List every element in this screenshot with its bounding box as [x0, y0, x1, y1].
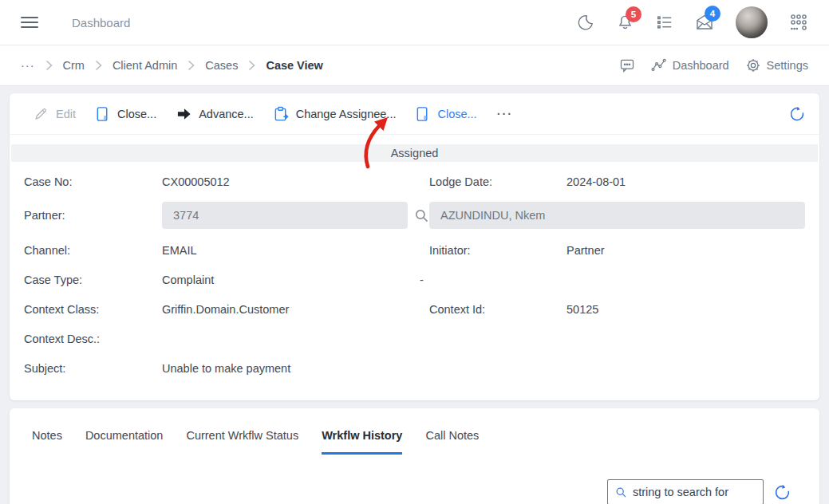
partner-name-input[interactable] [429, 202, 805, 229]
initiator-value: Partner [566, 244, 805, 257]
settings-link[interactable]: Settings [745, 57, 808, 73]
breadcrumb-item-crm[interactable]: Crm [63, 59, 85, 72]
change-assignee-icon [274, 106, 289, 122]
subject-value: Unable to make payment [162, 362, 429, 375]
tab-call-notes[interactable]: Call Notes [425, 429, 479, 455]
edit-button[interactable]: Edit [34, 106, 76, 121]
advance-button[interactable]: Advance... [176, 108, 254, 120]
field-row: Channel: EMAIL Initiator: Partner [24, 235, 805, 265]
tab-current-wrkflw-status[interactable]: Current Wrkflw Status [186, 429, 298, 455]
case-type-value: Complaint [162, 274, 429, 286]
breadcrumb-item-client-admin[interactable]: Client Admin [113, 59, 177, 72]
context-class-value: Griffin.Domain.Customer [162, 303, 429, 316]
workflow-status-bar: Assigned [11, 144, 818, 162]
lodge-date-label: Lodge Date: [429, 175, 566, 188]
mail-icon[interactable]: 4 [695, 13, 714, 32]
case-no-value: CX00005012 [162, 175, 429, 188]
breadcrumb-ellipsis[interactable]: ··· [21, 59, 35, 72]
channel-label: Channel: [24, 244, 162, 257]
hamburger-menu-icon[interactable] [21, 14, 38, 31]
case-no-label: Case No: [24, 175, 162, 188]
context-class-label: Context Class: [24, 303, 162, 316]
settings-link-label: Settings [767, 59, 808, 72]
advance-arrow-icon [176, 108, 191, 120]
case-fields: Case No: CX00005012 Lodge Date: 2024-08-… [10, 162, 819, 383]
case-type-right-value: - [420, 274, 566, 286]
close-button-1[interactable]: Close... [96, 106, 156, 122]
close-button-2[interactable]: Close... [416, 106, 476, 122]
field-row: Context Desc.: [24, 324, 805, 353]
status-label: Assigned [391, 147, 439, 159]
initiator-label: Initiator: [429, 244, 566, 257]
close-case-icon [96, 106, 110, 122]
breadcrumb: ··· Crm Client Admin Cases Case View [21, 59, 323, 72]
apps-grid-icon[interactable] [789, 13, 808, 32]
notifications-bell-icon[interactable]: 5 [616, 14, 634, 32]
gear-icon [745, 57, 761, 73]
context-id-label: Context Id: [429, 303, 566, 316]
chevron-right-icon [45, 60, 53, 71]
breadcrumb-bar: ··· Crm Client Admin Cases Case View Das… [0, 45, 829, 86]
search-icon [615, 486, 627, 499]
field-row: Subject: Unable to make payment [24, 353, 805, 383]
tasks-list-icon[interactable] [656, 14, 673, 31]
dashboard-link-label: Dashboard [673, 59, 729, 72]
history-refresh-icon[interactable] [774, 484, 791, 501]
feedback-comment-icon[interactable] [619, 57, 635, 73]
partner-code-input[interactable] [162, 202, 408, 229]
case-detail-tabs-card: Notes Documentation Current Wrkflw Statu… [10, 408, 819, 504]
channel-value: EMAIL [162, 244, 429, 257]
user-avatar[interactable] [736, 6, 768, 38]
close-case-icon [416, 106, 430, 122]
tab-notes[interactable]: Notes [32, 429, 62, 455]
mail-badge: 4 [705, 6, 720, 22]
change-assignee-button[interactable]: Change Assignee... [274, 106, 397, 122]
toolbar-overflow-button[interactable]: ··· [497, 108, 514, 120]
field-row: Case Type: Complaint - [24, 265, 805, 294]
tab-strip: Notes Documentation Current Wrkflw Statu… [10, 408, 819, 455]
chevron-right-icon [95, 60, 102, 71]
chevron-right-icon [188, 60, 195, 71]
lodge-date-value: 2024-08-01 [566, 175, 805, 188]
partner-label: Partner: [24, 209, 162, 222]
field-row: Case No: CX00005012 Lodge Date: 2024-08-… [24, 168, 805, 195]
field-row: Context Class: Griffin.Domain.Customer C… [24, 294, 805, 324]
app-title: Dashboard [72, 16, 130, 30]
case-view-card: Edit Close... Advance... Change Assignee… [10, 93, 819, 400]
refresh-icon[interactable] [789, 106, 805, 122]
tab-documentation[interactable]: Documentation [85, 429, 164, 455]
notification-badge: 5 [626, 6, 641, 22]
pencil-icon [34, 106, 49, 121]
search-icon[interactable] [414, 208, 429, 223]
history-search-box[interactable] [607, 479, 764, 504]
app-header: Dashboard 5 [0, 0, 829, 45]
case-type-label: Case Type: [24, 274, 162, 286]
history-search-input[interactable] [633, 486, 756, 498]
chevron-right-icon [248, 60, 255, 71]
analytics-icon [651, 57, 667, 73]
breadcrumb-item-cases[interactable]: Cases [205, 59, 238, 72]
context-id-value: 50125 [566, 303, 805, 316]
dark-mode-moon-icon[interactable] [577, 14, 594, 31]
breadcrumb-current: Case View [266, 59, 322, 72]
dashboard-link[interactable]: Dashboard [651, 57, 729, 73]
field-row: Partner: [24, 195, 805, 235]
case-toolbar: Edit Close... Advance... Change Assignee… [10, 93, 819, 135]
subject-label: Subject: [24, 362, 162, 375]
context-desc-label: Context Desc.: [24, 333, 162, 345]
tab-wrkflw-history[interactable]: Wrkflw History [322, 429, 402, 455]
